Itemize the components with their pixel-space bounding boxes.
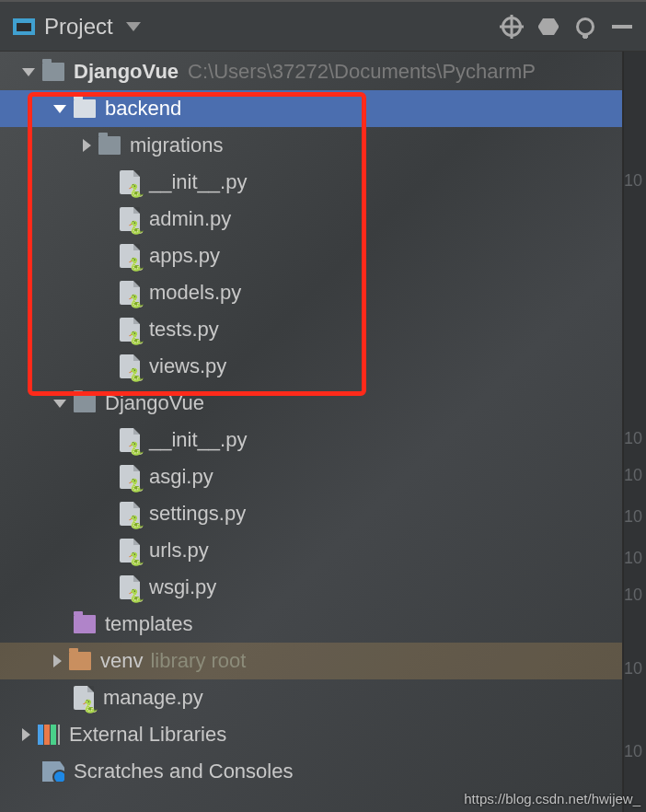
tree-file[interactable]: models.py (0, 274, 622, 311)
python-file-icon (120, 428, 140, 452)
project-view-icon (13, 18, 35, 35)
tree-file[interactable]: wsgi.py (0, 569, 622, 606)
settings-button[interactable] (567, 8, 604, 45)
libraries-icon (38, 725, 60, 745)
tree-item-label: admin.py (149, 207, 231, 231)
tree-file[interactable]: settings.py (0, 495, 622, 532)
tree-item-label: asgi.py (149, 465, 213, 489)
folder-icon (69, 652, 91, 670)
expand-arrow-icon[interactable] (53, 105, 66, 113)
tree-item-label: settings.py (149, 502, 246, 526)
arrow-placeholder (53, 691, 66, 704)
expand-arrow-icon[interactable] (83, 139, 91, 152)
collapse-all-button[interactable] (530, 8, 567, 45)
tree-item-label: apps.py (149, 244, 220, 268)
tree-file[interactable]: __init__.py (0, 164, 622, 201)
tree-file-manage[interactable]: manage.py (0, 679, 622, 716)
expand-arrow-icon[interactable] (22, 728, 30, 741)
target-icon (502, 17, 522, 37)
tree-folder-migrations[interactable]: migrations (0, 127, 622, 164)
tree-item-label: models.py (149, 281, 241, 305)
tree-item-label: External Libraries (69, 723, 226, 747)
python-file-icon (120, 502, 140, 526)
tree-folder-backend[interactable]: backend (0, 90, 622, 127)
tree-item-label: views.py (149, 354, 226, 378)
minimize-button[interactable] (604, 8, 640, 45)
tree-item-label: tests.py (149, 318, 219, 342)
tree-item-label: migrations (130, 133, 223, 157)
minimize-icon (612, 25, 632, 29)
tree-file[interactable]: admin.py (0, 201, 622, 238)
tree-item-suffix: library root (150, 649, 246, 673)
tree-folder-djangovue-inner[interactable]: DjangoVue (0, 385, 622, 422)
python-file-icon (120, 244, 140, 268)
gutter-number: 10 (624, 507, 642, 527)
gutter-number: 10 (624, 429, 642, 448)
tree-item-label: urls.py (149, 539, 209, 563)
tree-item-label: __init__.py (149, 428, 247, 452)
project-tree-panel: DjangoVue C:\Users\37272\Documents\Pycha… (0, 52, 623, 812)
chevron-down-icon (126, 22, 141, 31)
folder-icon (74, 615, 96, 633)
python-file-icon (120, 539, 140, 563)
tree-item-path: C:\Users\37272\Documents\PycharmP (188, 60, 536, 84)
python-file-icon (120, 354, 140, 378)
gear-icon (576, 17, 594, 36)
tree-item-label: manage.py (103, 686, 203, 710)
tree-item-label: wsgi.py (149, 575, 216, 599)
tree-file[interactable]: __init__.py (0, 422, 622, 458)
folder-icon (74, 99, 96, 118)
tree-file[interactable]: tests.py (0, 311, 622, 348)
collapse-icon (538, 18, 559, 35)
watermark: https://blog.csdn.net/hwijew_ (464, 791, 640, 806)
folder-icon (74, 394, 96, 412)
tree-item-label: __init__.py (149, 170, 247, 194)
tree-item-label: backend (105, 97, 181, 121)
gutter-number: 10 (624, 742, 642, 761)
tree-item-label: DjangoVue (74, 60, 179, 84)
tree-folder-templates[interactable]: templates (0, 606, 622, 643)
python-file-icon (120, 170, 140, 194)
python-file-icon (120, 318, 140, 342)
project-label: Project (44, 14, 113, 40)
python-file-icon (120, 575, 140, 599)
python-file-icon (120, 465, 140, 489)
tree-file[interactable]: urls.py (0, 532, 622, 569)
gutter-number: 10 (624, 659, 642, 679)
locate-button[interactable] (493, 8, 530, 45)
folder-icon (42, 63, 64, 81)
expand-arrow-icon[interactable] (53, 400, 66, 408)
gutter-number: 10 (624, 171, 642, 191)
project-tree[interactable]: DjangoVue C:\Users\37272\Documents\Pycha… (0, 52, 622, 790)
tree-item-label: venv (100, 649, 143, 673)
python-file-icon (74, 686, 94, 710)
python-file-icon (120, 281, 140, 305)
editor-gutter: 10 10 10 10 10 10 10 10 (623, 52, 646, 812)
folder-icon (98, 136, 121, 155)
tree-item-label: Scratches and Consoles (74, 760, 293, 783)
arrow-placeholder (53, 618, 66, 631)
tree-file[interactable]: asgi.py (0, 458, 622, 495)
gutter-number: 10 (624, 586, 642, 605)
python-file-icon (120, 207, 140, 231)
tree-folder-venv[interactable]: venv library root (0, 643, 622, 679)
gutter-number: 10 (624, 549, 642, 568)
arrow-placeholder (22, 765, 35, 778)
tree-item-label: DjangoVue (105, 391, 204, 415)
tree-root-djangovue[interactable]: DjangoVue C:\Users\37272\Documents\Pycha… (0, 53, 622, 90)
tree-item-label: templates (105, 612, 192, 636)
expand-arrow-icon[interactable] (53, 655, 62, 667)
scratch-icon (42, 761, 64, 782)
tree-external-libraries[interactable]: External Libraries (0, 716, 622, 753)
gutter-number: 10 (624, 466, 642, 485)
topbar: Project (0, 0, 646, 52)
expand-arrow-icon[interactable] (22, 68, 35, 76)
tree-file[interactable]: apps.py (0, 238, 622, 274)
project-dropdown[interactable]: Project (6, 10, 148, 43)
tree-file[interactable]: views.py (0, 348, 622, 385)
tree-scratches[interactable]: Scratches and Consoles (0, 753, 622, 790)
